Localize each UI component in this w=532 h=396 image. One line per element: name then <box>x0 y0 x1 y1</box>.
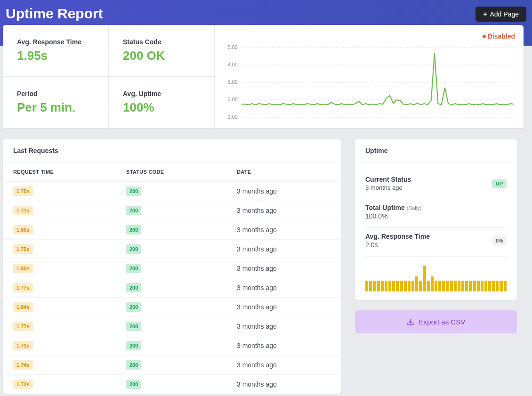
bar <box>465 281 468 291</box>
request-time-pill: 1.75s <box>13 244 33 254</box>
request-time-pill: 1.77s <box>13 283 33 292</box>
total-uptime-suffix: (Daily) <box>407 205 422 211</box>
bar <box>504 281 507 291</box>
uptime-body: Current Status 3 months ago UP Total Upt… <box>355 162 517 300</box>
svg-text:1.00: 1.00 <box>228 114 238 120</box>
svg-text:3.00: 3.00 <box>228 80 238 85</box>
bar <box>381 281 384 291</box>
export-csv-button[interactable]: Export as CSV <box>355 310 517 333</box>
stat-value: 1.95s <box>17 48 94 63</box>
bar <box>500 281 502 291</box>
table-row[interactable]: 1.80s2003 months ago <box>3 220 341 239</box>
stat-label: Period <box>17 90 94 97</box>
table-row[interactable]: 1.77s2003 months ago <box>3 316 341 336</box>
stat-value: 200 OK <box>123 48 200 63</box>
request-date: 3 months ago <box>237 380 330 388</box>
table-row[interactable]: 1.72s2003 months ago <box>3 374 341 394</box>
uptime-title: Uptime <box>355 139 517 162</box>
last-requests-card: Last Requests REQUEST TIME STATUS CODE D… <box>3 139 341 394</box>
current-status-sub: 3 months ago <box>365 184 411 191</box>
plus-icon: + <box>483 10 487 18</box>
bar <box>450 281 452 291</box>
stat-label: Status Code <box>123 38 200 46</box>
table-row[interactable]: 1.71s2003 months ago <box>3 201 341 220</box>
total-uptime-value: 100.0% <box>365 212 421 220</box>
page-title: Uptime Report <box>6 6 103 22</box>
stat-avg-response: Avg. Response Time 1.95s <box>3 25 109 77</box>
table-row[interactable]: 1.77s2003 months ago <box>3 278 341 297</box>
table-row[interactable]: 1.75s2003 months ago <box>3 181 341 201</box>
current-status-label: Current Status <box>365 176 411 183</box>
stat-label: Avg. Response Time <box>17 38 94 46</box>
bar <box>454 281 457 291</box>
bar <box>396 281 399 291</box>
bar <box>423 266 426 291</box>
summary-card: Avg. Response Time 1.95s Status Code 200… <box>3 25 524 128</box>
bar <box>446 281 449 291</box>
stat-period: Period Per 5 min. <box>3 77 109 128</box>
table-row[interactable]: 1.74s2003 months ago <box>3 355 341 374</box>
status-code-pill: 200 <box>126 322 141 331</box>
bar <box>385 281 387 291</box>
bar <box>419 281 422 291</box>
last-requests-title: Last Requests <box>3 139 341 162</box>
bar <box>496 281 499 291</box>
table-body: 1.75s2003 months ago1.71s2003 months ago… <box>3 181 341 394</box>
bar <box>388 281 391 291</box>
status-code-pill: 200 <box>126 302 141 312</box>
stat-value: Per 5 min. <box>17 100 94 115</box>
request-date: 3 months ago <box>237 187 330 195</box>
table-row[interactable]: 1.75s2003 months ago <box>3 239 341 259</box>
table-row[interactable]: 1.73s2003 months ago <box>3 336 341 355</box>
bar <box>435 281 437 291</box>
bar <box>408 281 411 291</box>
uptime-total: Total Uptime (Daily) 100.0% <box>365 199 507 228</box>
request-time-pill: 1.84s <box>13 302 33 312</box>
request-time-pill: 1.72s <box>13 380 33 389</box>
request-time-pill: 1.80s <box>13 225 33 234</box>
bar <box>488 281 491 291</box>
line-chart-area: Disabled 5.004.003.002.001.00 <box>215 25 524 128</box>
stat-avg-uptime: Avg. Uptime 100% <box>109 77 215 128</box>
status-code-pill: 200 <box>126 244 141 254</box>
table-header: REQUEST TIME STATUS CODE DATE <box>3 162 341 181</box>
table-row[interactable]: 1.80s2003 months ago <box>3 259 341 278</box>
status-code-pill: 200 <box>126 360 141 370</box>
export-label: Export as CSV <box>419 318 465 326</box>
col-request-time: REQUEST TIME <box>13 169 126 175</box>
status-code-pill: 200 <box>126 264 141 273</box>
request-time-pill: 1.80s <box>13 264 33 273</box>
total-uptime-label-text: Total Uptime <box>365 204 405 211</box>
table-row[interactable]: 1.84s2003 months ago <box>3 297 341 316</box>
bar <box>469 281 472 291</box>
pct-badge: 0% <box>492 236 507 245</box>
request-date: 3 months ago <box>237 361 330 369</box>
bar <box>458 281 460 291</box>
uptime-bar-chart <box>365 263 507 291</box>
status-code-pill: 200 <box>126 206 141 215</box>
svg-text:2.00: 2.00 <box>228 97 238 102</box>
svg-text:4.00: 4.00 <box>228 62 238 67</box>
request-date: 3 months ago <box>237 265 330 272</box>
bar <box>400 281 403 291</box>
request-date: 3 months ago <box>237 207 330 214</box>
bar <box>477 281 480 291</box>
bar <box>369 281 372 291</box>
content-row: Last Requests REQUEST TIME STATUS CODE D… <box>0 128 532 394</box>
stat-value: 100% <box>123 100 200 115</box>
bar <box>373 281 376 291</box>
request-date: 3 months ago <box>237 245 330 253</box>
svg-text:5.00: 5.00 <box>228 45 238 50</box>
avg-response-label: Avg. Response Time <box>365 233 430 240</box>
uptime-current-status: Current Status 3 months ago UP <box>365 171 507 199</box>
download-icon <box>407 318 414 326</box>
add-page-button[interactable]: + Add Page <box>476 7 526 22</box>
status-code-pill: 200 <box>126 341 141 350</box>
stats-grid: Avg. Response Time 1.95s Status Code 200… <box>3 25 215 128</box>
stat-status-code: Status Code 200 OK <box>109 25 215 77</box>
add-page-label: Add Page <box>490 10 519 18</box>
bar <box>392 281 395 291</box>
line-chart: 5.004.003.002.001.00 <box>219 45 519 120</box>
status-code-pill: 200 <box>126 225 141 234</box>
bar <box>461 281 464 291</box>
